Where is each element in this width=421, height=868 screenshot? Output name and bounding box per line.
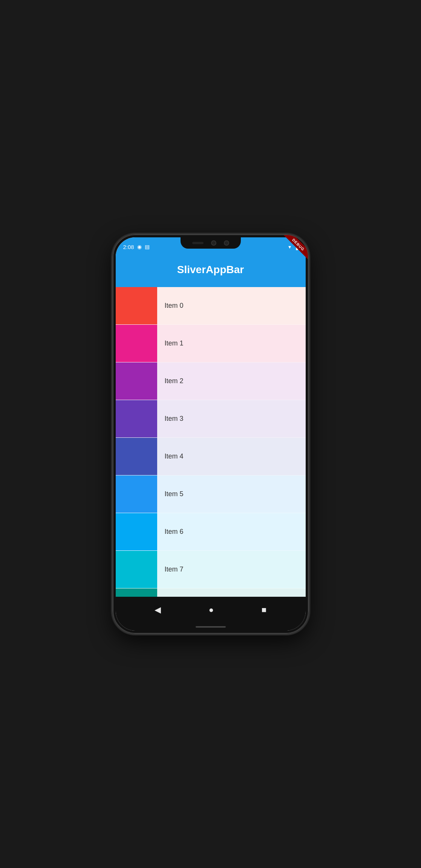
- debug-label: DEBUG: [283, 234, 309, 260]
- item-label-3: Item 3: [157, 400, 306, 437]
- item-label-0: Item 0: [157, 287, 306, 324]
- list-item[interactable]: Item 7: [116, 551, 306, 588]
- item-color-2: [116, 362, 157, 400]
- bottom-area: [116, 623, 306, 631]
- list-item[interactable]: Item 4: [116, 438, 306, 475]
- list-item[interactable]: Item 1: [116, 325, 306, 362]
- notch-camera: [211, 240, 216, 246]
- item-label-8: Item 8: [157, 588, 306, 597]
- debug-ribbon: DEBUG: [279, 234, 309, 264]
- list-item[interactable]: Item 5: [116, 475, 306, 513]
- item-label-1: Item 1: [157, 325, 306, 362]
- sim-status-icon: ▤: [145, 244, 150, 250]
- home-button[interactable]: ●: [209, 605, 214, 615]
- item-color-8: [116, 588, 157, 597]
- list-container[interactable]: Item 0Item 1Item 2Item 3Item 4Item 5Item…: [116, 287, 306, 597]
- navigation-bar: ◀ ● ■: [116, 597, 306, 623]
- screen: 2:08 ◉ ▤ SliverAppBar Item 0Item 1Item 2…: [116, 237, 306, 631]
- phone-frame: DEBUG 2:08 ◉ ▤ SliverAppBar Item 0: [113, 234, 309, 634]
- back-button[interactable]: ◀: [155, 605, 161, 615]
- status-time: 2:08: [123, 244, 134, 250]
- app-bar-title: SliverAppBar: [123, 264, 298, 276]
- notch: [181, 237, 241, 249]
- notch-sensor: [192, 242, 204, 244]
- item-label-5: Item 5: [157, 475, 306, 513]
- bottom-indicator: [196, 626, 226, 628]
- item-color-1: [116, 325, 157, 362]
- item-color-0: [116, 287, 157, 324]
- list-item[interactable]: Item 3: [116, 400, 306, 438]
- item-label-4: Item 4: [157, 438, 306, 475]
- list-item[interactable]: Item 8: [116, 588, 306, 597]
- notch-camera-front: [224, 240, 229, 246]
- item-color-7: [116, 551, 157, 588]
- item-label-7: Item 7: [157, 551, 306, 588]
- item-label-2: Item 2: [157, 362, 306, 400]
- recent-button[interactable]: ■: [262, 605, 266, 615]
- item-color-6: [116, 513, 157, 550]
- list-item[interactable]: Item 2: [116, 362, 306, 400]
- item-label-6: Item 6: [157, 513, 306, 550]
- circle-status-icon: ◉: [137, 244, 142, 250]
- list-item[interactable]: Item 6: [116, 513, 306, 551]
- status-left: 2:08 ◉ ▤: [123, 244, 150, 250]
- list-item[interactable]: Item 0: [116, 287, 306, 325]
- item-color-4: [116, 438, 157, 475]
- item-color-5: [116, 475, 157, 513]
- item-color-3: [116, 400, 157, 437]
- app-bar: SliverAppBar: [116, 256, 306, 287]
